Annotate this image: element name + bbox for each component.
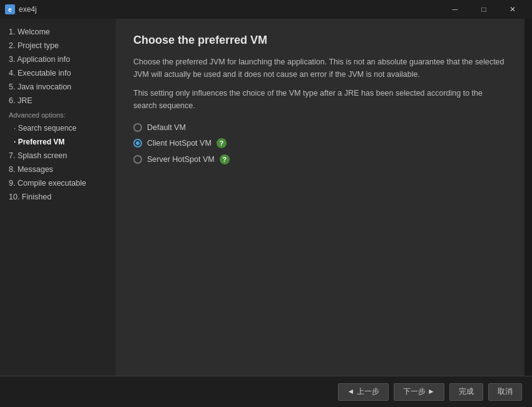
titlebar-left: e exe4j	[5, 4, 37, 14]
sidebar-advanced-label: Advanced options:	[0, 109, 116, 121]
finish-button[interactable]: 完成	[449, 383, 483, 401]
main-container: 1. Welcome 2. Project type 3. Applicatio…	[0, 19, 532, 376]
sidebar-item-application-info[interactable]: 3. Application info	[0, 53, 116, 66]
back-button[interactable]: ◄ 上一步	[338, 383, 389, 401]
help-icon-client-hotspot[interactable]: ?	[217, 138, 227, 148]
close-button[interactable]: ✕	[498, 0, 527, 19]
bottom-bar: ◄ 上一步 下一步 ► 完成 取消	[0, 376, 532, 407]
help-icon-server-hotspot[interactable]: ?	[220, 154, 230, 164]
radio-server-hotspot-vm[interactable]: Server HotSpot VM ?	[133, 154, 507, 164]
next-button[interactable]: 下一步 ►	[394, 383, 444, 401]
maximize-button[interactable]: □	[469, 0, 498, 19]
titlebar-controls: ─ □ ✕	[441, 0, 527, 19]
radio-circle-client-hotspot	[133, 139, 142, 148]
page-title: Choose the preferred VM	[133, 34, 507, 47]
description-1: Choose the preferred JVM for launching t…	[133, 56, 507, 81]
sidebar-item-project-type[interactable]: 2. Project type	[0, 39, 116, 53]
sidebar-item-search-sequence[interactable]: · Search sequence	[0, 121, 116, 135]
radio-group: Default VM Client HotSpot VM ? Server Ho…	[133, 123, 507, 164]
radio-circle-default-vm	[133, 123, 142, 132]
sidebar-item-welcome[interactable]: 1. Welcome	[0, 25, 116, 39]
sidebar: 1. Welcome 2. Project type 3. Applicatio…	[0, 19, 116, 376]
cancel-button[interactable]: 取消	[488, 383, 522, 401]
radio-label-default-vm: Default VM	[147, 123, 186, 132]
radio-client-hotspot-vm[interactable]: Client HotSpot VM ?	[133, 138, 507, 148]
sidebar-item-splash-screen[interactable]: 7. Splash screen	[0, 149, 116, 163]
radio-label-server-hotspot: Server HotSpot VM	[147, 155, 215, 164]
description-2: This setting only influences the choice …	[133, 87, 507, 112]
minimize-button[interactable]: ─	[441, 0, 469, 19]
content-area: Choose the preferred VM Choose the prefe…	[116, 19, 524, 376]
app-icon: e	[5, 4, 15, 14]
sidebar-item-compile-executable[interactable]: 9. Compile executable	[0, 176, 116, 190]
radio-default-vm[interactable]: Default VM	[133, 123, 507, 132]
titlebar: e exe4j ─ □ ✕	[0, 0, 532, 19]
radio-circle-server-hotspot	[133, 155, 142, 164]
sidebar-item-java-invocation[interactable]: 5. Java invocation	[0, 80, 116, 94]
right-strip	[524, 19, 532, 376]
sidebar-item-finished[interactable]: 10. Finished	[0, 190, 116, 204]
sidebar-item-messages[interactable]: 8. Messages	[0, 163, 116, 176]
sidebar-item-preferred-vm[interactable]: · Preferred VM	[0, 135, 116, 149]
sidebar-item-executable-info[interactable]: 4. Executable info	[0, 66, 116, 80]
radio-label-client-hotspot: Client HotSpot VM	[147, 139, 212, 148]
titlebar-title: exe4j	[19, 5, 37, 14]
sidebar-item-jre[interactable]: 6. JRE	[0, 94, 116, 108]
